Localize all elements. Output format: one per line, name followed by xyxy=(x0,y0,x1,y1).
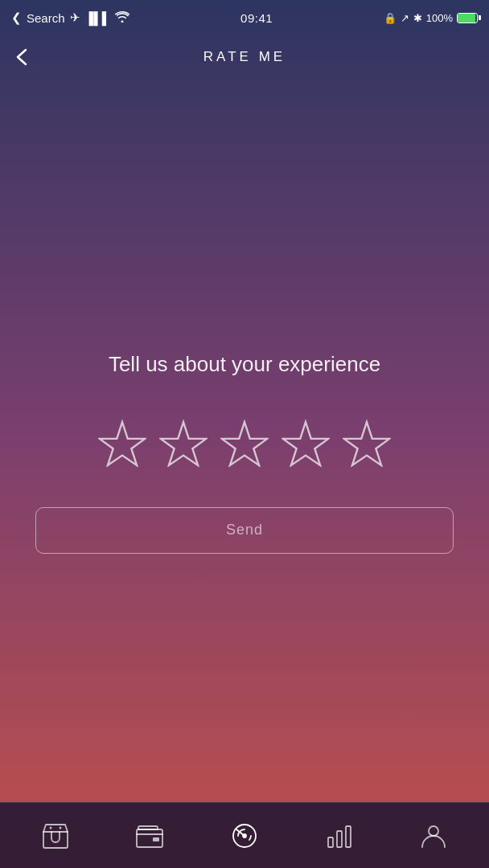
tab-shop[interactable] xyxy=(8,815,103,857)
svg-rect-3 xyxy=(153,837,159,841)
stats-icon xyxy=(325,821,354,850)
star-3[interactable] xyxy=(220,419,269,467)
svg-rect-6 xyxy=(328,837,333,847)
status-left: ❮ Search ✈ ▐▌▌ xyxy=(11,10,129,25)
status-bar: ❮ Search ✈ ▐▌▌ 09:41 🔒 ↗ ✱ 100% xyxy=(0,0,489,35)
wallet-icon xyxy=(135,821,164,850)
wifi-icon xyxy=(115,11,129,25)
status-right: 🔒 ↗ ✱ 100% xyxy=(384,12,478,24)
tab-wallet[interactable] xyxy=(103,815,198,857)
signal-icon: ▐▌▌ xyxy=(85,11,111,25)
nav-title: RATE ME xyxy=(203,49,286,65)
svg-point-5 xyxy=(243,834,246,837)
tab-profile[interactable] xyxy=(386,815,481,857)
star-2[interactable] xyxy=(159,419,208,467)
star-5[interactable] xyxy=(343,419,391,467)
send-button[interactable]: Send xyxy=(35,507,454,554)
shop-icon xyxy=(41,821,70,850)
star-4[interactable] xyxy=(281,419,330,467)
tab-stats[interactable] xyxy=(292,815,387,857)
main-content: Tell us about your experience xyxy=(0,79,489,802)
star-1[interactable] xyxy=(98,419,146,467)
location-icon: ↗ xyxy=(401,12,409,24)
battery-icon xyxy=(457,13,478,23)
back-app-label: ❮ xyxy=(11,10,22,25)
svg-rect-8 xyxy=(346,826,351,847)
airplane-icon: ✈ xyxy=(70,10,80,25)
dashboard-icon xyxy=(230,821,259,850)
battery-percent: 100% xyxy=(426,12,453,24)
back-button[interactable] xyxy=(16,43,35,71)
tab-dashboard[interactable] xyxy=(197,815,292,857)
tab-bar xyxy=(0,802,489,868)
svg-point-1 xyxy=(59,826,61,829)
svg-point-9 xyxy=(429,826,438,836)
stars-row xyxy=(98,419,391,467)
lock-icon: 🔒 xyxy=(384,12,397,24)
svg-rect-7 xyxy=(337,831,342,847)
status-time: 09:41 xyxy=(240,11,273,25)
experience-heading: Tell us about your experience xyxy=(109,351,380,379)
nav-bar: RATE ME xyxy=(0,35,489,79)
svg-point-0 xyxy=(49,826,51,829)
bluetooth-icon: ✱ xyxy=(413,12,422,24)
app-name: Search xyxy=(27,11,65,25)
profile-icon xyxy=(419,821,448,850)
